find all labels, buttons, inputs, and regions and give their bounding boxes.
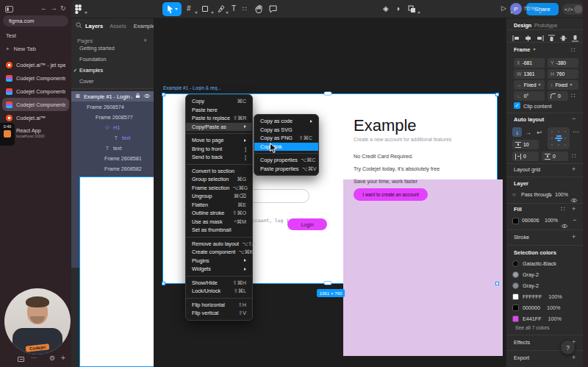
menu-item[interactable]: Copy/Paste as	[186, 123, 252, 132]
clip-content-checkbox[interactable]: ✓	[514, 102, 520, 109]
address-bar[interactable]: figma.com	[3, 15, 68, 26]
webcam-overlay[interactable]: Codejet	[4, 288, 71, 354]
frame-title-label[interactable]: Example #1 - Login & reg...	[163, 85, 244, 90]
gear-icon[interactable]: ⚙	[49, 354, 55, 362]
tab-design[interactable]: Design	[514, 22, 531, 29]
text-tool-button[interactable]: T	[232, 5, 236, 13]
browser-tab[interactable]: Codejet.ai™ - jet speed...	[2, 58, 69, 71]
recording-badge[interactable]: 0:40	[0, 123, 15, 146]
layer-row[interactable]: ≡Frame 2608574	[71, 101, 154, 112]
layout-horizontal-icon[interactable]: →	[523, 127, 533, 137]
selection-handle[interactable]	[162, 282, 165, 285]
align-left-icon[interactable]	[512, 32, 520, 45]
zoom-chevron-icon[interactable]	[539, 8, 542, 15]
remove-fill-icon[interactable]: −	[573, 217, 576, 224]
resources-tool-button[interactable]: ∷	[243, 6, 247, 13]
rotation-input[interactable]: ∟0°	[514, 91, 545, 101]
dots-icon[interactable]: ⋯	[31, 354, 37, 361]
present-button[interactable]: ▷	[501, 5, 506, 12]
frame-presets-icon[interactable]: ∷	[571, 47, 576, 54]
page-item[interactable]: Foundation	[71, 54, 154, 65]
menu-item[interactable]: Send to back[	[186, 153, 252, 162]
pen-tool-chevron-icon[interactable]	[226, 8, 229, 15]
move-tool-button[interactable]	[162, 2, 182, 16]
menu-item[interactable]: Use as mask^⌘M	[186, 218, 252, 227]
shape-tool-chevron-icon[interactable]	[211, 8, 214, 15]
menu-item[interactable]: Copy as SVG	[254, 126, 318, 135]
sidebar-toggle-icon[interactable]	[5, 6, 13, 13]
boolean-chevron-icon[interactable]	[417, 8, 420, 15]
layer-row[interactable]: ≡Features	[71, 246, 154, 257]
archive-icon[interactable]	[18, 357, 24, 362]
selected-layer-row[interactable]: ⊞ Example #1 - Login & reg...	[71, 91, 154, 101]
menu-item[interactable]: Copy⌘C	[186, 97, 252, 106]
blend-chevron-icon[interactable]	[549, 195, 552, 197]
present-chevron-icon[interactable]	[510, 8, 513, 15]
fill-hex-value[interactable]: 060606	[522, 218, 539, 223]
width-input[interactable]: W1361	[514, 69, 545, 79]
tab-assets[interactable]: Assets	[110, 23, 126, 29]
menu-item[interactable]: Copy as PNG⇧⌘C	[254, 134, 318, 143]
layer-eye-icon[interactable]	[570, 193, 578, 206]
menu-item[interactable]: Flatten⌘E	[186, 201, 252, 210]
hand-tool-button[interactable]	[255, 4, 263, 15]
menu-item[interactable]: Move to page	[186, 136, 252, 145]
blend-mode-icon[interactable]: ○	[512, 192, 516, 198]
add-layout-grid-icon[interactable]: +	[572, 166, 576, 173]
menu-item[interactable]: Paste here	[186, 106, 252, 115]
zoom-level[interactable]: 76%	[523, 6, 535, 12]
menu-item[interactable]: Show/Hide⇧⌘H	[186, 279, 252, 288]
horizontal-padding-input[interactable]: 0	[512, 152, 539, 161]
align-top-icon[interactable]	[548, 32, 556, 45]
color-swatch-row[interactable]: 000000100%	[512, 302, 582, 313]
search-icon[interactable]	[76, 22, 82, 30]
boolean-groups-icon[interactable]	[408, 5, 416, 15]
layer-row[interactable]: ≡Frame 2608582	[71, 164, 154, 174]
remove-auto-layout-icon[interactable]: −	[572, 115, 576, 122]
menu-item[interactable]: Set as thumbnail	[186, 226, 252, 235]
menu-item[interactable]: Paste properties⌥⌘V	[254, 165, 318, 174]
gap-input[interactable]: 10	[512, 140, 539, 149]
selection-edge-handle[interactable]	[324, 92, 331, 95]
menu-item[interactable]: Widgets	[186, 265, 252, 274]
blend-mode-dropdown[interactable]: Pass through	[521, 192, 551, 197]
back-icon[interactable]: ←	[40, 4, 47, 12]
actions-icon[interactable]: ◈	[383, 5, 389, 13]
align-bottom-icon[interactable]	[571, 32, 579, 45]
menu-item[interactable]: Bring to front]	[186, 145, 252, 154]
horizontal-sizing-dropdown[interactable]: ↔Fixed	[514, 80, 545, 90]
menu-item[interactable]: Remove auto layout⌥⇧A	[186, 240, 252, 249]
selection-handle[interactable]	[495, 282, 499, 285]
height-input[interactable]: H760	[548, 69, 578, 79]
browser-tab[interactable]: Codejet Components (...	[2, 98, 69, 111]
selection-handle[interactable]	[495, 93, 499, 96]
page-dropdown[interactable]: Examples	[134, 23, 154, 29]
color-swatch-row[interactable]: E441FF100%	[512, 313, 582, 324]
auto-layout-more-icon[interactable]: ⋯	[573, 129, 579, 135]
menu-item[interactable]: Flip horizontal⇧H	[186, 301, 252, 310]
frame-tool-chevron-icon[interactable]	[195, 8, 198, 15]
add-export-icon[interactable]: +	[572, 354, 576, 361]
menu-item[interactable]: Plugins	[186, 257, 252, 266]
login-button[interactable]: Login	[287, 218, 327, 230]
individual-padding-icon[interactable]: ∷	[572, 153, 576, 160]
main-menu-chevron-icon[interactable]	[85, 8, 87, 15]
pen-tool-button[interactable]	[217, 4, 225, 15]
menu-item[interactable]: Copy link	[254, 143, 318, 152]
menu-item[interactable]: Frame selection⌥⌘G	[186, 184, 252, 193]
layer-opacity[interactable]: 100%	[555, 192, 568, 197]
layer-row[interactable]: Ttext	[71, 143, 154, 153]
tab-prototype[interactable]: Prototype	[534, 22, 557, 29]
align-right-icon[interactable]	[536, 32, 544, 45]
frame-section-title[interactable]: Frame	[514, 46, 536, 53]
independent-corners-icon[interactable]: ∷	[571, 93, 576, 99]
menu-item[interactable]: Create component⌥⌘K	[186, 248, 252, 257]
create-account-button[interactable]: I want to create an account	[354, 188, 428, 201]
fill-color-swatch[interactable]	[512, 218, 519, 224]
figma-main-menu[interactable]	[75, 4, 82, 15]
menu-item[interactable]: Flip vertical⇧V	[186, 309, 252, 318]
forward-icon[interactable]: →	[51, 4, 57, 12]
browser-tab[interactable]: Codejet Components –...	[2, 71, 69, 85]
mask-icon[interactable]: ◑	[395, 5, 400, 13]
layer-row[interactable]: Ttext	[71, 132, 154, 143]
